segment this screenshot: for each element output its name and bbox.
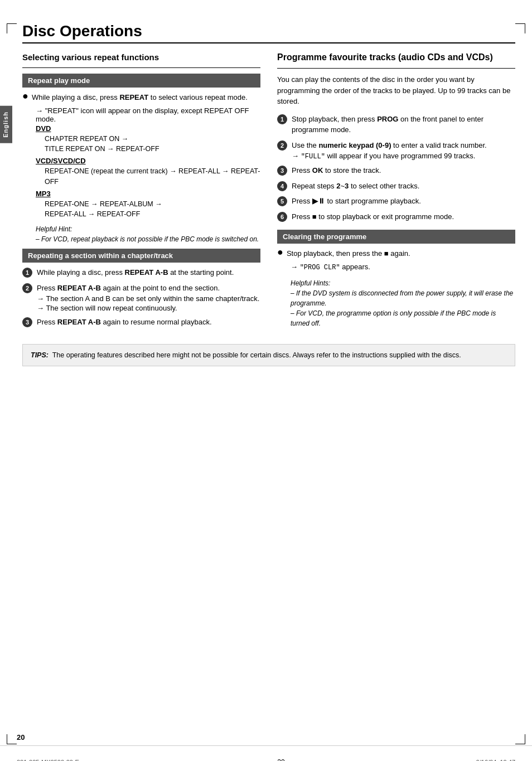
vcd-label: VCD/SVCD/CD	[36, 157, 260, 165]
footer-left: 001-035-MX2500-00-Eng	[17, 759, 86, 762]
repeat-play-mode-header: Repeat play mode	[22, 74, 260, 88]
clearing-bullet-dot: ●	[277, 246, 283, 258]
mp3-content: REPEAT-ONE → REPEAT-ALBUM → REPEAT-ALL →…	[45, 199, 260, 220]
prog-step-4: 4 Repeat steps 2~3 to select other track…	[277, 181, 515, 192]
left-heading: Selecting various repeat functions	[22, 52, 260, 62]
prog-circle-6: 6	[277, 212, 287, 222]
language-tab: English	[0, 106, 12, 143]
prog-step-4-text: Repeat steps 2~3 to select other tracks.	[292, 181, 515, 192]
footer-bar: 001-035-MX2500-00-Eng 20 9/16/04, 10:47	[0, 745, 532, 761]
prog-step-6: 6 Press ■ to stop playback or exit progr…	[277, 211, 515, 222]
section-step-2-arrow1: → The section A and B can be set only wi…	[37, 294, 260, 303]
section-step-1-text: While playing a disc, press REPEAT A-B a…	[37, 267, 260, 278]
prog-circle-2: 2	[277, 140, 287, 151]
two-column-layout: Selecting various repeat functions Repea…	[22, 52, 515, 333]
clearing-bullet: ● Stop playback, then press the ■ again.	[277, 248, 515, 259]
corner-mark-tl	[7, 23, 17, 33]
prog-step-2-arrow: → "FULL" will appear if you have program…	[292, 152, 515, 161]
repeat-arrow-1: "REPEAT" icon will appear on the display…	[36, 106, 260, 123]
step-circle-3: 3	[22, 317, 32, 327]
mp3-label: MP3	[36, 190, 260, 198]
tips-label: TIPS:	[31, 351, 49, 359]
helpful-hint-1: Helpful Hint: – For VCD, repeat playback…	[36, 224, 260, 244]
clearing-bullet-text: Stop playback, then press the ■ again.	[287, 248, 515, 259]
right-heading: Programme favourite tracks (audio CDs an…	[277, 52, 515, 62]
prog-circle-4: 4	[277, 181, 287, 191]
page: English Disc Operations Selecting variou…	[0, 17, 532, 761]
section-step-1: 1 While playing a disc, press REPEAT A-B…	[22, 267, 260, 278]
tips-box: TIPS: The operating features described h…	[22, 344, 515, 367]
prog-step-3: 3 Press OK to store the track.	[277, 165, 515, 176]
corner-mark-bl	[7, 734, 17, 744]
prog-step-1: 1 Stop playback, then press PROG on the …	[277, 114, 515, 135]
prog-step-2: 2 Use the numeric keypad (0-9) to enter …	[277, 140, 515, 151]
prog-step-3-text: Press OK to store the track.	[292, 165, 515, 176]
prog-circle-3: 3	[277, 166, 287, 176]
content-area: Disc Operations Selecting various repeat…	[22, 17, 515, 366]
prog-step-5-text: Press ▶⏸ to start programme playback.	[292, 196, 515, 207]
step-circle-1: 1	[22, 268, 32, 278]
prog-step-5: 5 Press ▶⏸ to start programme playback.	[277, 196, 515, 207]
clearing-header: Clearing the programme	[277, 230, 515, 244]
repeat-bullet-1: ● While playing a disc, press REPEAT to …	[22, 92, 260, 103]
prog-circle-1: 1	[277, 114, 287, 124]
page-title: Disc Operations	[22, 22, 515, 43]
vcd-content: REPEAT-ONE (repeat the current track) → …	[45, 166, 260, 187]
page-number: 20	[17, 733, 25, 741]
step-circle-2: 2	[22, 283, 32, 293]
left-column: Selecting various repeat functions Repea…	[22, 52, 260, 333]
corner-mark-br	[515, 734, 525, 744]
dvd-label: DVD	[36, 124, 260, 133]
corner-mark-tr	[515, 23, 525, 33]
section-step-2-arrow2: → The section will now repeat continuous…	[37, 304, 260, 312]
section-step-3-text: Press REPEAT A-B again to resume normal …	[37, 317, 260, 328]
right-column: Programme favourite tracks (audio CDs an…	[277, 52, 515, 333]
prog-intro: You can play the contents of the disc in…	[277, 74, 515, 107]
prog-circle-5: 5	[277, 196, 287, 206]
clearing-hints: Helpful Hints: – If the DVD system is di…	[291, 278, 515, 328]
footer-right: 9/16/04, 10:47	[476, 759, 515, 762]
section-step-2-text: Press REPEAT A-B again at the point to e…	[37, 283, 260, 294]
prog-step-1-text: Stop playback, then press PROG on the fr…	[292, 114, 515, 135]
prog-step-6-text: Press ■ to stop playback or exit program…	[292, 211, 515, 222]
section-step-2: 2 Press REPEAT A-B again at the point to…	[22, 283, 260, 294]
clearing-arrow: → "PROG CLR" appears.	[291, 263, 515, 272]
repeat-section-header: Repeating a section within a chapter/tra…	[22, 249, 260, 263]
footer-center: 20	[86, 758, 476, 762]
repeat-bullet-1-text: While playing a disc, press REPEAT to se…	[32, 92, 260, 103]
section-step-3: 3 Press REPEAT A-B again to resume norma…	[22, 317, 260, 328]
prog-step-2-text: Use the numeric keypad (0-9) to enter a …	[292, 140, 515, 151]
dvd-content: CHAPTER REPEAT ON → TITLE REPEAT ON → RE…	[45, 134, 260, 155]
tips-text: The operating features described here mi…	[52, 351, 461, 359]
bullet-dot-1: ●	[22, 90, 28, 102]
